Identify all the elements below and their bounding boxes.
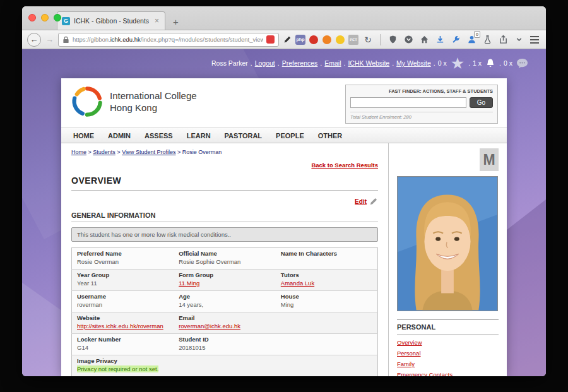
edit-pencil-icon[interactable] bbox=[369, 197, 378, 206]
back-icon[interactable]: ← bbox=[27, 33, 41, 47]
field-label: Name In Characters bbox=[281, 250, 372, 258]
flask-icon[interactable] bbox=[481, 33, 494, 46]
email-value-link[interactable]: roverman@ichk.edu.hk bbox=[179, 323, 240, 330]
field-label: Form Group bbox=[179, 271, 271, 279]
bell-icon[interactable] bbox=[485, 58, 495, 68]
breadcrumb-view-profiles[interactable]: View Student Profiles bbox=[122, 149, 175, 155]
sidebar-item-personal[interactable]: Personal bbox=[397, 350, 499, 357]
star-icon[interactable]: ★ bbox=[451, 57, 464, 69]
back-to-search-link[interactable]: Back to Search Results bbox=[311, 162, 378, 169]
close-window-button[interactable] bbox=[28, 14, 36, 21]
browser-tab[interactable]: G ICHK - Gibbon - Students × bbox=[57, 11, 165, 30]
separator: . bbox=[499, 59, 501, 67]
ichk-website-link[interactable]: ICHK Website bbox=[348, 59, 389, 67]
nav-item-admin[interactable]: ADMIN bbox=[101, 129, 138, 142]
preferences-link[interactable]: Preferences bbox=[282, 59, 318, 67]
site-header: International College Hong Kong FAST FIN… bbox=[61, 78, 507, 128]
table-row: Image PrivacyPrivacy not required or not… bbox=[72, 355, 378, 377]
nav-item-assess[interactable]: ASSESS bbox=[138, 129, 180, 142]
nav-item-home[interactable]: HOME bbox=[66, 129, 101, 142]
menu-icon[interactable] bbox=[528, 33, 541, 46]
college-name: International College Hong Kong bbox=[110, 90, 197, 114]
shield-extension-icon[interactable] bbox=[322, 35, 332, 45]
separator: . bbox=[468, 59, 470, 67]
smiley-extension-icon[interactable] bbox=[335, 35, 345, 45]
section-title: GENERAL INFORMATION bbox=[71, 211, 378, 222]
tab-title: ICHK - Gibbon - Students bbox=[74, 17, 150, 25]
edit-link[interactable]: Edit bbox=[355, 198, 367, 205]
nav-item-learn[interactable]: LEARN bbox=[180, 129, 218, 142]
shield-icon[interactable] bbox=[386, 33, 399, 46]
separator: . bbox=[392, 59, 394, 67]
chevron-down-icon[interactable] bbox=[512, 33, 525, 46]
field-value: Rosie Overman bbox=[77, 258, 169, 266]
breadcrumb-current: Rosie Overman bbox=[182, 149, 222, 155]
field-label: Preferred Name bbox=[77, 250, 169, 258]
pencil-extension-icon[interactable] bbox=[282, 35, 292, 45]
wrench-icon[interactable] bbox=[449, 33, 462, 46]
breadcrumb-separator: > bbox=[88, 149, 92, 155]
profile-badge: 0 bbox=[474, 31, 480, 38]
bell-count: 1 x bbox=[473, 59, 482, 67]
title-bar: G ICHK - Gibbon - Students × + bbox=[22, 6, 546, 30]
new-tab-button[interactable]: + bbox=[165, 16, 186, 30]
url-bar[interactable]: https://gibbon.ichk.edu.hk/index.php?q=/… bbox=[58, 33, 279, 47]
tutor-link[interactable]: Amanda Luk bbox=[281, 280, 314, 287]
content-card: International College Hong Kong FAST FIN… bbox=[61, 78, 507, 376]
minimize-window-button[interactable] bbox=[41, 14, 49, 21]
fast-finder-input[interactable] bbox=[350, 97, 466, 108]
home-icon[interactable] bbox=[418, 33, 430, 46]
profile-icon[interactable]: 0 bbox=[465, 33, 478, 46]
image-privacy-flag: Privacy not required or not set. bbox=[77, 365, 158, 372]
nav-item-pastoral[interactable]: PASTORAL bbox=[218, 129, 269, 142]
lock-icon bbox=[62, 35, 69, 44]
website-link[interactable]: http://sites.ichk.edu.hk/roverman bbox=[77, 323, 163, 330]
breadcrumb-students[interactable]: Students bbox=[93, 149, 115, 155]
browser-window: G ICHK - Gibbon - Students × + ← → https… bbox=[22, 6, 546, 376]
breadcrumb-home[interactable]: Home bbox=[71, 149, 86, 155]
breadcrumb: Home > Students > View Student Profiles … bbox=[71, 149, 378, 155]
reload-icon[interactable]: ↻ bbox=[362, 33, 374, 46]
page-title: OVERVIEW bbox=[71, 175, 378, 191]
forward-icon[interactable]: → bbox=[44, 35, 55, 44]
field-value bbox=[281, 336, 372, 344]
share-icon[interactable] bbox=[497, 33, 509, 46]
sidebar-item-emergency-contacts[interactable]: Emergency Contacts bbox=[397, 371, 499, 376]
chat-bubble-icon[interactable] bbox=[516, 58, 528, 69]
field-value bbox=[281, 315, 372, 323]
field-value bbox=[281, 258, 372, 266]
sidebar-item-overview[interactable]: Overview bbox=[397, 339, 499, 346]
field-label: Year Group bbox=[77, 271, 169, 279]
nav-item-people[interactable]: PEOPLE bbox=[269, 129, 311, 142]
field-value: Rosie Sophie Overman bbox=[179, 258, 271, 266]
brand: International College Hong Kong bbox=[70, 85, 197, 119]
separator: . bbox=[320, 59, 322, 67]
my-website-link[interactable]: My Website bbox=[396, 59, 431, 67]
pocket-icon[interactable] bbox=[402, 33, 415, 46]
table-row: Locker NumberG14 Student ID20181015 bbox=[72, 334, 378, 355]
field-label: Email bbox=[179, 314, 271, 322]
php-extension-icon[interactable]: php bbox=[295, 35, 305, 45]
table-row: Preferred NameRosie Overman Official Nam… bbox=[72, 248, 378, 270]
field-label: Age bbox=[179, 293, 271, 300]
separator: . bbox=[251, 59, 252, 67]
separator: . bbox=[278, 59, 280, 67]
page-action-icon[interactable] bbox=[266, 35, 275, 44]
sidebar-item-family[interactable]: Family bbox=[397, 360, 499, 367]
form-group-link[interactable]: 11.Ming bbox=[179, 280, 199, 287]
window-controls bbox=[28, 14, 61, 21]
go-button[interactable]: Go bbox=[470, 97, 493, 108]
logout-link[interactable]: Logout bbox=[255, 59, 275, 67]
tab-close-icon[interactable]: × bbox=[153, 16, 160, 25]
nav-item-other[interactable]: OTHER bbox=[311, 129, 350, 142]
zoom-window-button[interactable] bbox=[54, 14, 61, 21]
field-label: Tutors bbox=[281, 271, 372, 279]
main-navigation: HOME ADMIN ASSESS LEARN PASTORAL PEOPLE … bbox=[61, 128, 507, 143]
download-icon[interactable] bbox=[434, 33, 446, 46]
adblock-extension-icon[interactable] bbox=[309, 35, 319, 45]
chat-count: 0 x bbox=[504, 59, 512, 67]
url-text: https://gibbon.ichk.edu.hk/index.php?q=/… bbox=[73, 36, 263, 43]
pet-extension-icon[interactable]: PET bbox=[348, 35, 358, 45]
toolbar-divider bbox=[380, 34, 381, 45]
email-link[interactable]: Email bbox=[324, 59, 341, 67]
